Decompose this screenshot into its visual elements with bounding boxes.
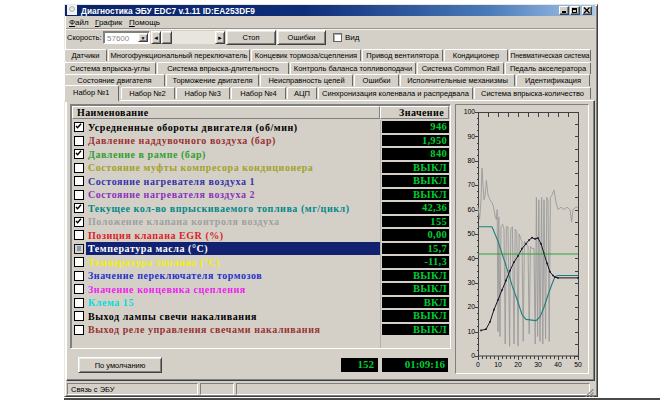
svg-text:70: 70 xyxy=(467,181,475,188)
svg-text:0: 0 xyxy=(471,352,475,359)
svg-text:20: 20 xyxy=(467,303,475,310)
svg-text:0: 0 xyxy=(476,361,480,368)
svg-text:10: 10 xyxy=(467,328,475,335)
svg-text:100: 100 xyxy=(464,108,476,115)
svg-text:90: 90 xyxy=(467,133,475,140)
svg-text:10: 10 xyxy=(494,361,502,368)
svg-text:50: 50 xyxy=(574,361,582,368)
svg-text:40: 40 xyxy=(554,361,562,368)
svg-text:20: 20 xyxy=(514,361,522,368)
svg-text:30: 30 xyxy=(467,279,475,286)
svg-text:30: 30 xyxy=(534,361,542,368)
svg-text:40: 40 xyxy=(467,255,475,262)
svg-text:60: 60 xyxy=(467,206,475,213)
svg-text:80: 80 xyxy=(467,157,475,164)
svg-text:50: 50 xyxy=(467,230,475,237)
